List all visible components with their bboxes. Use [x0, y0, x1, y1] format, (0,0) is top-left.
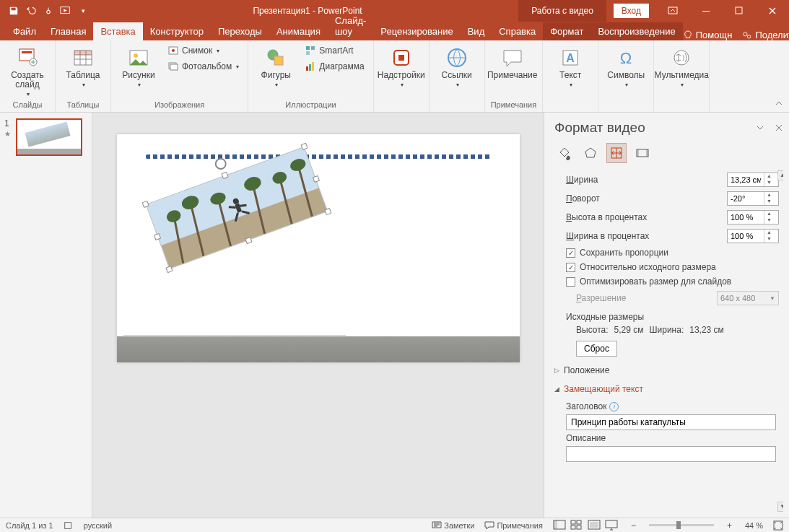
position-section-toggle[interactable]: ▷Положение — [554, 361, 779, 380]
svg-rect-56 — [646, 149, 648, 157]
svg-text:Ω: Ω — [620, 49, 632, 67]
slide-thumbnail-1[interactable] — [16, 118, 82, 156]
maximize-button[interactable] — [723, 0, 756, 22]
rotation-label: Поворот — [566, 193, 727, 204]
optimize-slide-label: Оптимизировать размер для слайдов — [580, 276, 731, 287]
login-button[interactable]: Вход — [614, 4, 649, 18]
tab-review[interactable]: Рецензирование — [373, 22, 460, 40]
tab-slideshow[interactable]: Слайд-шоу — [328, 12, 373, 40]
svg-rect-65 — [590, 522, 598, 528]
alt-title-input[interactable] — [566, 414, 776, 430]
svg-rect-23 — [306, 66, 308, 71]
fill-line-tab-icon[interactable] — [554, 143, 575, 163]
ribbon-display-options-button[interactable] — [656, 0, 689, 22]
media-button[interactable]: Мультимедиа▾ — [660, 43, 703, 91]
resize-handle[interactable] — [245, 237, 252, 244]
scale-height-label: Высота в процентах — [566, 212, 727, 222]
lock-aspect-checkbox[interactable]: ✓ — [566, 248, 575, 258]
svg-rect-57 — [64, 522, 71, 528]
start-from-beginning-button[interactable] — [58, 3, 74, 19]
minimize-button[interactable] — [689, 0, 723, 22]
alt-title-label: Заголовок — [566, 401, 606, 411]
tab-design[interactable]: Конструктор — [143, 22, 211, 40]
scale-height-spinner[interactable]: ▲▼ — [727, 210, 779, 224]
statusbar: Слайд 1 из 1 русский Заметки Примечания … — [0, 518, 789, 532]
pictures-button[interactable]: Рисунки▾ — [117, 43, 160, 91]
size-properties-tab-icon[interactable] — [606, 143, 627, 163]
new-slide-button[interactable]: Создать слайд▾ — [6, 43, 49, 100]
title-placeholder[interactable] — [146, 154, 491, 159]
zoom-out-button[interactable]: − — [628, 520, 639, 531]
zoom-level[interactable]: 44 % — [745, 521, 763, 530]
zoom-slider[interactable] — [649, 524, 714, 526]
screenshot-button[interactable]: Снимок▾ — [165, 43, 242, 58]
pane-options-icon[interactable] — [756, 123, 764, 132]
optimize-slide-checkbox[interactable] — [566, 277, 575, 287]
smartart-button[interactable]: SmartArt — [302, 43, 367, 58]
save-button[interactable] — [6, 3, 22, 19]
shapes-button[interactable]: Фигуры▾ — [254, 43, 297, 91]
reset-button[interactable]: Сброс — [576, 341, 617, 357]
text-button[interactable]: A Текст▾ — [549, 43, 592, 91]
tell-me-button[interactable]: Помощн — [683, 30, 733, 40]
tab-help[interactable]: Справка — [492, 22, 543, 40]
svg-rect-63 — [577, 526, 581, 529]
qat-customize-button[interactable]: ▾ — [75, 3, 91, 19]
group-label-slides: Слайды — [6, 100, 49, 110]
zoom-in-button[interactable]: + — [724, 520, 735, 531]
fit-window-icon[interactable] — [773, 520, 783, 531]
comment-button[interactable]: Примечание — [491, 43, 534, 83]
video-object[interactable] — [146, 147, 326, 269]
video-tab-icon[interactable] — [632, 143, 653, 163]
tab-animations[interactable]: Анимация — [269, 22, 328, 40]
links-button[interactable]: Ссылки▾ — [435, 43, 479, 91]
info-icon[interactable]: i — [609, 402, 619, 411]
tab-file[interactable]: Файл — [6, 22, 43, 40]
svg-rect-8 — [22, 51, 32, 53]
slide-canvas[interactable]: 00:00,00 — [117, 134, 520, 362]
pane-title: Формат видео — [554, 120, 645, 136]
width-spinner[interactable]: ▲▼ — [727, 173, 779, 187]
table-button[interactable]: Таблица▾ — [61, 43, 105, 91]
addins-button[interactable]: Надстройки▾ — [380, 43, 423, 91]
notes-button[interactable]: Заметки — [432, 521, 474, 530]
svg-rect-60 — [571, 520, 575, 524]
alt-text-section-toggle[interactable]: ◢Замещающий текст — [554, 380, 779, 398]
rotation-spinner[interactable]: ▲▼ — [727, 191, 779, 206]
symbols-button[interactable]: Ω Символы▾ — [604, 43, 648, 91]
slideshow-view-icon[interactable] — [605, 520, 618, 531]
slide-editor[interactable]: 00:00,00 — [92, 113, 544, 518]
tab-format[interactable]: Формат — [543, 22, 590, 40]
svg-rect-21 — [311, 46, 315, 50]
resize-handle[interactable] — [324, 208, 331, 215]
comments-button[interactable]: Примечания — [484, 521, 543, 530]
pane-scrollbar[interactable]: ▲▼ — [777, 170, 783, 512]
effects-tab-icon[interactable] — [580, 143, 601, 163]
normal-view-icon[interactable] — [553, 520, 566, 531]
resize-handle[interactable] — [165, 266, 173, 273]
language-indicator[interactable]: русский — [84, 521, 112, 530]
collapse-ribbon-button[interactable] — [773, 97, 785, 109]
photo-album-button[interactable]: Фотоальбом▾ — [165, 59, 242, 74]
scale-width-spinner[interactable]: ▲▼ — [727, 229, 779, 243]
tab-insert[interactable]: Вставка — [93, 22, 142, 40]
undo-button[interactable] — [23, 3, 39, 19]
reading-view-icon[interactable] — [588, 520, 601, 531]
tab-transitions[interactable]: Переходы — [211, 22, 269, 40]
group-label-comments: Примечания — [491, 100, 537, 110]
slide-sorter-view-icon[interactable] — [570, 520, 583, 531]
window-title: Презентация1 - PowerPoint — [97, 6, 518, 16]
alt-description-input[interactable] — [566, 446, 776, 462]
tab-playback[interactable]: Воспроизведение — [590, 22, 682, 40]
relative-original-checkbox[interactable]: ✓ — [566, 263, 575, 272]
tab-home[interactable]: Главная — [43, 22, 93, 40]
slide-counter[interactable]: Слайд 1 из 1 — [6, 521, 53, 530]
share-button[interactable]: Поделиться — [742, 30, 789, 40]
tab-view[interactable]: Вид — [461, 22, 492, 40]
close-button[interactable] — [756, 0, 789, 22]
chart-button[interactable]: Диаграмма — [302, 59, 367, 74]
ribbon-tabs: Файл Главная Вставка Конструктор Переход… — [0, 22, 789, 40]
redo-button[interactable] — [40, 3, 56, 19]
spellcheck-icon[interactable] — [64, 520, 74, 531]
pane-close-icon[interactable] — [775, 123, 783, 132]
